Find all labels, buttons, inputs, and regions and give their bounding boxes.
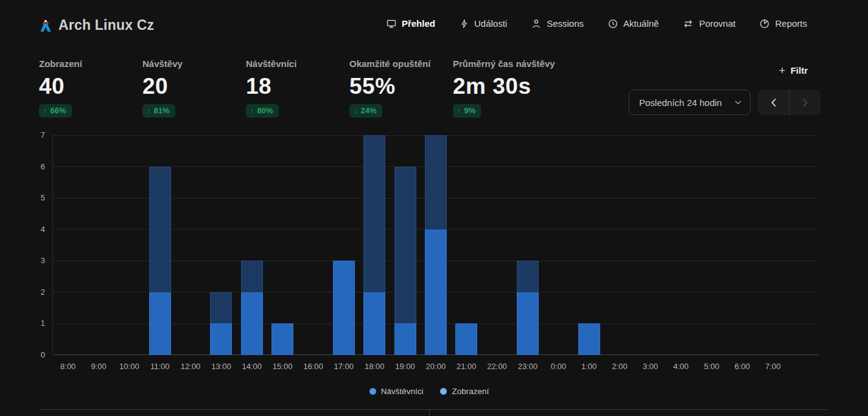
prev-button[interactable] — [758, 90, 789, 115]
y-tick-label: 7 — [21, 130, 45, 139]
legend-dot-icon — [369, 388, 376, 395]
bar-návštěvníci-23:00[interactable] — [517, 292, 539, 355]
x-tick-label: 12:00 — [173, 362, 208, 371]
stat-value: 20 — [142, 75, 246, 97]
bar-návštěvníci-20:00[interactable] — [425, 230, 447, 355]
x-tick-label: 21:00 — [449, 362, 483, 371]
stat-value: 2m 30s — [453, 75, 555, 97]
compare-arrows-icon — [683, 19, 693, 29]
stat-change-badge: ↑9% — [453, 104, 481, 118]
nav-item-prehled[interactable]: Přehled — [387, 18, 435, 29]
bar-návštěvníci-14:00[interactable] — [241, 292, 263, 355]
stat-value: 55% — [349, 75, 453, 97]
filter-button[interactable]: + Filtr — [779, 65, 808, 76]
site-title: Arch Linux Cz — [58, 17, 154, 33]
visitors-bar-chart[interactable]: 012345678:009:0010:0011:0012:0013:0014:0… — [52, 135, 819, 355]
y-tick-label: 3 — [21, 256, 45, 265]
y-tick-label: 5 — [21, 193, 45, 202]
legend-dot-icon — [440, 388, 447, 395]
arrow-up-icon: ↑ — [43, 106, 47, 115]
x-tick-label: 4:00 — [664, 362, 698, 371]
stat-value: 40 — [39, 75, 142, 97]
nav-item-sessions[interactable]: Sessions — [531, 18, 584, 29]
x-tick-label: 1:00 — [572, 362, 606, 371]
arrow-down-icon: ↓ — [354, 106, 358, 115]
next-button[interactable] — [789, 90, 821, 115]
clock-icon — [608, 19, 618, 29]
arch-linux-czech-logo-icon — [39, 19, 52, 32]
filter-label: Filtr — [791, 65, 808, 76]
legend-label: Návštěvníci — [381, 387, 424, 396]
nav-item-aktualne[interactable]: Aktuálně — [608, 18, 659, 29]
x-tick-label: 18:00 — [357, 362, 391, 371]
arrow-up-icon: ↑ — [147, 106, 151, 115]
bottom-panels-column-divider — [429, 410, 430, 416]
stat-change-badge: ↑81% — [142, 104, 175, 118]
pie-chart-icon — [760, 19, 769, 29]
chevron-down-icon — [735, 100, 741, 105]
x-tick-label: 17:00 — [327, 362, 361, 371]
x-tick-label: 15:00 — [265, 362, 299, 371]
stat-label: Návštěvníci — [246, 58, 349, 69]
date-pager — [758, 90, 821, 115]
stat-label: Okamžité opuštění — [349, 58, 453, 69]
nav-label: Události — [474, 18, 507, 29]
x-tick-label: 14:00 — [235, 362, 269, 371]
nav-label: Porovnat — [699, 18, 735, 29]
nav-item-porovnat[interactable]: Porovnat — [683, 18, 735, 29]
stat-value: 18 — [246, 75, 349, 97]
stat-change-badge: ↑66% — [39, 104, 72, 118]
y-tick-label: 6 — [21, 162, 45, 171]
stat-change-badge: ↓24% — [349, 104, 382, 118]
x-tick-label: 9:00 — [82, 362, 116, 371]
x-tick-label: 10:00 — [112, 362, 146, 371]
date-range-select[interactable]: Posledních 24 hodin — [629, 90, 751, 115]
arrow-up-icon: ↑ — [457, 106, 461, 115]
arrow-up-icon: ↑ — [250, 106, 254, 115]
legend-item-navstevnici[interactable]: Návštěvníci — [369, 387, 424, 396]
bar-návštěvníci-17:00[interactable] — [333, 261, 355, 355]
stat-okamzite-opusteni: Okamžité opuštění 55% ↓24% — [349, 58, 453, 118]
bottom-panels-divider — [39, 409, 829, 416]
bar-návštěvníci-11:00[interactable] — [149, 292, 171, 355]
nav-label: Reports — [775, 18, 807, 29]
lightning-icon — [460, 19, 469, 29]
legend-item-zobrazeni[interactable]: Zobrazení — [440, 387, 489, 396]
y-axis-line — [52, 135, 53, 355]
chevron-right-icon — [803, 99, 808, 107]
bar-návštěvníci-1:00[interactable] — [578, 323, 600, 355]
bar-návštěvníci-18:00[interactable] — [363, 292, 385, 355]
x-tick-label: 0:00 — [541, 362, 575, 371]
x-tick-label: 6:00 — [725, 362, 759, 371]
stat-zobrazeni: Zobrazení 40 ↑66% — [39, 58, 142, 118]
y-tick-label: 1 — [21, 319, 45, 328]
main-nav: Přehled Události Sessions — [387, 18, 807, 29]
x-tick-label: 19:00 — [388, 362, 422, 371]
bar-návštěvníci-19:00[interactable] — [394, 323, 416, 355]
x-tick-label: 8:00 — [51, 362, 85, 371]
x-tick-label: 5:00 — [695, 362, 729, 371]
y-tick-label: 2 — [21, 287, 45, 297]
user-icon — [531, 19, 541, 29]
x-tick-label: 20:00 — [419, 362, 453, 371]
bar-návštěvníci-21:00[interactable] — [455, 323, 477, 355]
stat-navstevy: Návštěvy 20 ↑81% — [142, 58, 246, 118]
nav-label: Sessions — [547, 18, 584, 29]
header: Arch Linux Cz Přehled Události — [0, 0, 868, 54]
date-range-value: Posledních 24 hodin — [639, 97, 722, 108]
brand[interactable]: Arch Linux Cz — [39, 17, 154, 33]
stat-change-badge: ↑80% — [246, 104, 279, 118]
nav-item-reports[interactable]: Reports — [760, 18, 807, 29]
bar-návštěvníci-15:00[interactable] — [271, 323, 293, 355]
x-tick-label: 7:00 — [756, 362, 790, 371]
x-tick-label: 3:00 — [633, 362, 667, 371]
x-tick-label: 16:00 — [296, 362, 331, 371]
x-tick-label: 11:00 — [143, 362, 177, 371]
x-tick-label: 23:00 — [511, 362, 545, 371]
nav-item-udalosti[interactable]: Události — [460, 18, 507, 29]
chart-legend: Návštěvníci Zobrazení — [0, 387, 858, 396]
x-tick-label: 22:00 — [480, 362, 514, 371]
bar-návštěvníci-13:00[interactable] — [210, 323, 232, 355]
monitor-icon — [387, 19, 396, 29]
plus-icon: + — [779, 65, 786, 76]
